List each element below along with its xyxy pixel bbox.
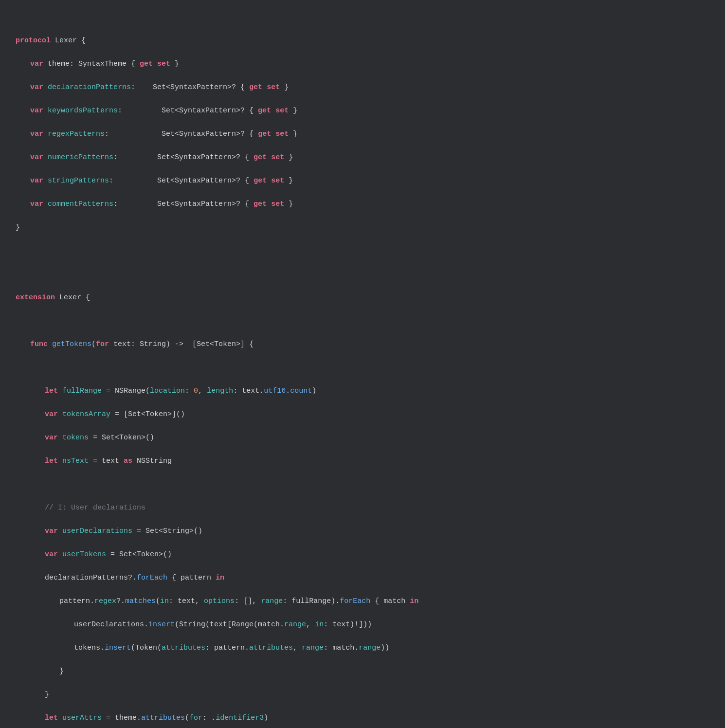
code-line: func getTokens(for text: String) -> [Set… — [16, 339, 709, 350]
code-line: let nsText = text as NSString — [16, 455, 709, 467]
code-line: extension Lexer { — [16, 292, 709, 304]
code-line — [16, 269, 709, 280]
code-line — [16, 362, 709, 374]
code-line: var numericPatterns: Set<SyntaxPattern>?… — [16, 152, 709, 164]
code-line — [16, 315, 709, 327]
code-line — [16, 245, 709, 257]
code-line: declarationPatterns?.forEach { pattern i… — [16, 572, 709, 584]
code-line: let userAttrs = theme.attributes(for: .i… — [16, 712, 709, 724]
code-line: var userDeclarations = Set<String>() — [16, 526, 709, 537]
code-line: var regexPatterns: Set<SyntaxPattern>? {… — [16, 128, 709, 140]
code-line: var tokens = Set<Token>() — [16, 432, 709, 444]
code-line — [16, 479, 709, 491]
code-line: var tokensArray = [Set<Token>]() — [16, 409, 709, 420]
code-line: } — [16, 222, 709, 234]
code-line: pattern.regex?.matches(in: text, options… — [16, 596, 709, 607]
code-line: var stringPatterns: Set<SyntaxPattern>? … — [16, 175, 709, 187]
code-line: var userTokens = Set<Token>() — [16, 549, 709, 561]
code-line: } — [16, 689, 709, 701]
code-line: } — [16, 666, 709, 677]
code-line: tokens.insert(Token(attributes: pattern.… — [16, 642, 709, 654]
code-editor: protocol Lexer { var theme: SyntaxTheme … — [16, 12, 709, 728]
code-line: protocol Lexer { — [16, 35, 709, 47]
code-line: var keywordsPatterns: Set<SyntaxPattern>… — [16, 105, 709, 117]
code-line: var declarationPatterns: Set<SyntaxPatte… — [16, 82, 709, 93]
code-line: let fullRange = NSRange(location: 0, len… — [16, 385, 709, 397]
code-line: var theme: SyntaxTheme { get set } — [16, 58, 709, 70]
code-line: var commentPatterns: Set<SyntaxPattern>?… — [16, 199, 709, 210]
code-line: // I: User declarations — [16, 502, 709, 514]
code-line: userDeclarations.insert(String(text[Rang… — [16, 619, 709, 631]
